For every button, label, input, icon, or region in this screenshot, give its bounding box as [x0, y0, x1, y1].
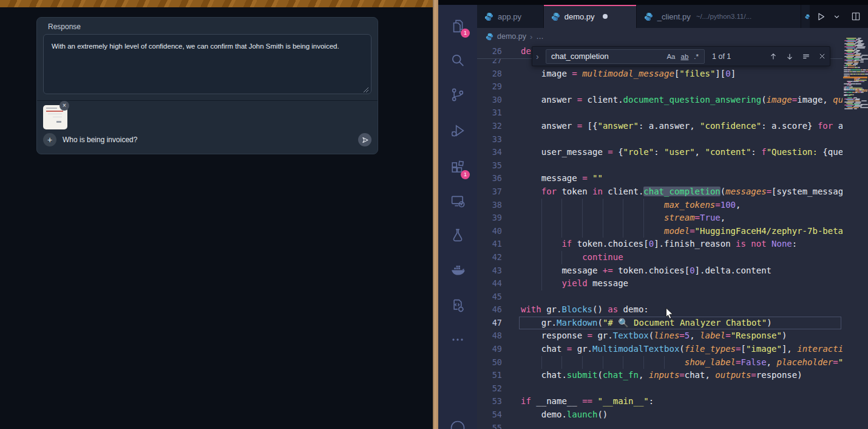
code-line-45[interactable]: 45	[477, 290, 843, 304]
whole-word-toggle[interactable]: ab	[681, 53, 689, 60]
extensions-badge: 1	[461, 170, 470, 179]
activity-bar: 1 1	[438, 5, 477, 429]
code-editor[interactable]: 2728 image = multimodal_message["files"]…	[477, 45, 868, 429]
tab-label: _client.py	[657, 12, 691, 21]
docker-icon[interactable]	[449, 262, 466, 279]
vscode-main: app.py demo.py _client.py ~/.../python3.…	[477, 5, 868, 429]
tab-description: ~/.../python3.11/...	[696, 13, 752, 20]
vscode-window: 1 1	[438, 0, 868, 429]
search-icon[interactable]	[449, 52, 466, 69]
minimap[interactable]	[843, 38, 867, 159]
find-query-text: chat_completion	[551, 52, 666, 61]
tab-label: demo.py	[565, 12, 595, 21]
window-top-stripe-bar	[0, 0, 433, 7]
add-file-button[interactable]: +	[43, 133, 56, 146]
find-expand-chevron-icon[interactable]: ›	[536, 52, 546, 61]
find-input[interactable]: chat_completion Aa ab .*	[546, 49, 705, 64]
testing-icon[interactable]	[449, 227, 466, 244]
code-line-28[interactable]: 28 image = multimodal_message["files"][0…	[477, 67, 843, 81]
remove-attachment-button[interactable]: ×	[59, 101, 69, 111]
response-panel: Response With an extremely high level of…	[36, 17, 378, 154]
explorer-icon[interactable]: 1	[449, 18, 466, 35]
close-find-button[interactable]	[818, 52, 826, 60]
find-results-count: 1 of 1	[712, 52, 731, 61]
regex-toggle[interactable]: .*	[694, 53, 699, 60]
code-line-40[interactable]: 40 model="HuggingFaceH4/zephyr-7b-beta"	[477, 225, 843, 238]
account-icon[interactable]	[449, 419, 466, 429]
python-file-icon	[551, 12, 560, 21]
tab-label: app.py	[498, 12, 521, 21]
extensions-icon[interactable]: 1	[449, 159, 466, 176]
code-line-43[interactable]: 43 message += token.choices[0].delta.con…	[477, 264, 843, 278]
code-line-49[interactable]: 49 chat = gr.MultimodalTextbox(file_type…	[477, 343, 843, 356]
previous-match-button[interactable]	[769, 52, 778, 61]
code-line-35[interactable]: 35	[477, 159, 843, 173]
response-text: With an extremely high level of confiden…	[52, 43, 339, 50]
resize-handle-icon[interactable]	[363, 86, 369, 92]
split-editor-button[interactable]	[851, 12, 861, 21]
find-widget: › chat_completion Aa ab .* 1 of 1	[532, 46, 830, 66]
code-line-52[interactable]: 52	[477, 382, 843, 396]
screen: Response With an extremely high level of…	[0, 0, 868, 429]
find-in-selection-button[interactable]	[802, 52, 810, 61]
code-line-42[interactable]: 42 continue	[477, 251, 843, 264]
breadcrumb-separator-icon: ›	[530, 32, 532, 41]
breadcrumb-symbol[interactable]: …	[536, 32, 544, 41]
code-line-50[interactable]: 50 show_label=False, placeholder="	[477, 356, 843, 369]
code-line-55[interactable]: 55	[477, 422, 843, 429]
code-line-54[interactable]: 54 demo.launch()	[477, 408, 843, 422]
python-file-icon	[486, 33, 493, 41]
breadcrumb: demo.py › …	[477, 28, 868, 45]
breadcrumb-file[interactable]: demo.py	[497, 32, 526, 41]
code-line-41[interactable]: 41 if token.choices[0].finish_reason is …	[477, 238, 843, 251]
editor-actions	[810, 5, 868, 28]
match-case-toggle[interactable]: Aa	[666, 53, 675, 60]
panel-divider	[37, 100, 378, 101]
code-line-48[interactable]: 48 response = gr.Textbox(lines=5, label=…	[477, 329, 843, 343]
mouse-cursor	[665, 307, 674, 322]
tab-app-py[interactable]: app.py	[477, 5, 544, 28]
remote-explorer-icon[interactable]	[449, 193, 466, 210]
python-file-icon	[484, 12, 493, 21]
tab-client-py[interactable]: _client.py ~/.../python3.11/...	[637, 5, 801, 28]
code-area[interactable]: 2728 image = multimodal_message["files"]…	[477, 45, 843, 429]
desktop-wallpaper-strip	[433, 0, 438, 429]
python-file-icon	[644, 12, 653, 21]
source-control-icon[interactable]	[449, 86, 466, 103]
code-line-53[interactable]: 53if __name__ == "__main__":	[477, 395, 843, 408]
code-line-46[interactable]: 46with gr.Blocks() as demo:	[477, 303, 843, 317]
gradio-app-window: Response With an extremely high level of…	[0, 0, 433, 429]
run-button[interactable]	[816, 12, 826, 22]
modified-dot-icon[interactable]	[603, 14, 608, 19]
code-line-29[interactable]: 29	[477, 80, 843, 94]
next-match-button[interactable]	[785, 52, 794, 61]
code-line-47[interactable]: 47 gr.Markdown("# 🔍 Document Analyzer Ch…	[477, 317, 843, 330]
tab-demo-py[interactable]: demo.py	[544, 5, 637, 28]
code-line-39[interactable]: 39 stream=True,	[477, 211, 843, 225]
code-line-32[interactable]: 32 answer = [{"answer": a.answer, "confi…	[477, 120, 843, 133]
code-line-38[interactable]: 38 max_tokens=100,	[477, 199, 843, 212]
run-dropdown-chevron-icon[interactable]	[833, 13, 840, 20]
python-file-icon	[805, 12, 810, 21]
code-line-37[interactable]: 37 for token in client.chat_completion(m…	[477, 185, 843, 199]
send-button[interactable]	[358, 133, 371, 146]
run-debug-icon[interactable]	[449, 122, 466, 139]
code-line-36[interactable]: 36 message = ""	[477, 172, 843, 185]
code-line-34[interactable]: 34 user_message = {"role": "user", "cont…	[477, 146, 843, 159]
code-line-51[interactable]: 51 chat.submit(chat_fn, inputs=chat, out…	[477, 369, 843, 382]
send-arrow-icon	[361, 136, 369, 144]
code-line-44[interactable]: 44 yield message	[477, 277, 843, 290]
response-textarea[interactable]: With an extremely high level of confiden…	[43, 34, 371, 94]
explorer-badge: 1	[461, 29, 470, 38]
tab-bar: app.py demo.py _client.py ~/.../python3.…	[477, 5, 868, 28]
code-line-33[interactable]: 33	[477, 133, 843, 146]
code-line-30[interactable]: 30 answer = client.document_question_ans…	[477, 94, 843, 107]
tab-overflow-partial[interactable]	[801, 5, 810, 28]
vscode-titlebar-strip	[438, 0, 868, 5]
chat-input-text[interactable]: Who is being invoiced?	[63, 136, 137, 144]
response-label: Response	[48, 22, 81, 31]
code-runner-icon[interactable]	[449, 297, 466, 314]
code-line-31[interactable]: 31	[477, 106, 843, 120]
more-icon[interactable]	[449, 331, 466, 348]
